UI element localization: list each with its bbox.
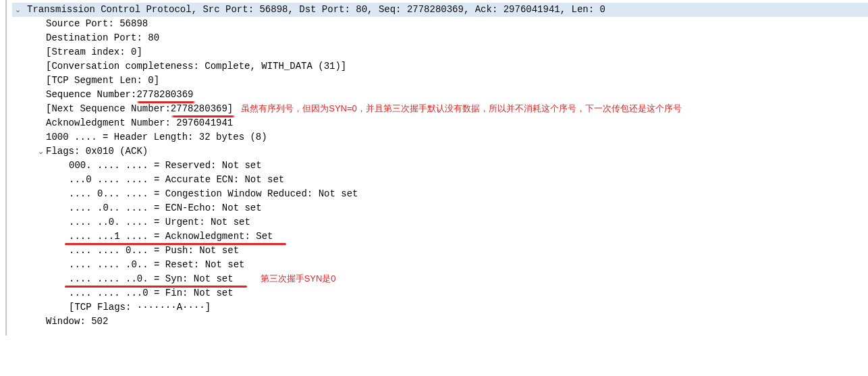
tcp-header-row[interactable]: ⌄ Transmission Control Protocol, Src Por… xyxy=(12,3,868,17)
next-seq-prefix: [Next Sequence Number: xyxy=(46,102,171,116)
flag-fin[interactable]: .... .... ...0 = Fin: Not set xyxy=(12,286,868,300)
flag-cwr[interactable]: .... 0... .... = Congestion Window Reduc… xyxy=(12,187,868,201)
tcp-summary: Transmission Control Protocol, Src Port:… xyxy=(27,3,605,17)
chevron-down-icon[interactable]: ⌄ xyxy=(35,146,46,157)
field-conversation-completeness[interactable]: [Conversation completeness: Complete, WI… xyxy=(12,59,868,74)
field-ack-number[interactable]: Acknowledgment Number: 2976041941 xyxy=(12,116,868,130)
flag-syn[interactable]: .... .... ..0. = Syn: Not set 第三次握手SYN是0 xyxy=(12,272,868,286)
seq-value: 2778280369 xyxy=(136,88,193,102)
tcp-flags-summary[interactable]: [TCP Flags: ·······A····] xyxy=(12,300,868,315)
flag-ecn-echo[interactable]: .... .0.. .... = ECN-Echo: Not set xyxy=(12,201,868,215)
flag-push[interactable]: .... .... 0... = Push: Not set xyxy=(12,244,868,258)
field-flags[interactable]: ⌄ Flags: 0x010 (ACK) xyxy=(12,144,868,159)
field-header-length[interactable]: 1000 .... = Header Length: 32 bytes (8) xyxy=(12,130,868,144)
chevron-down-icon[interactable]: ⌄ xyxy=(12,4,23,16)
next-seq-value: 2778280369] xyxy=(171,102,233,116)
field-tcp-segment-len[interactable]: [TCP Segment Len: 0] xyxy=(12,74,868,88)
flag-urgent[interactable]: .... ..0. .... = Urgent: Not set xyxy=(12,215,868,230)
flag-ack[interactable]: .... ...1 .... = Acknowledgment: Set xyxy=(12,230,868,244)
field-source-port[interactable]: Source Port: 56898 xyxy=(12,17,868,31)
flag-accurate-ecn[interactable]: ...0 .... .... = Accurate ECN: Not set xyxy=(12,173,868,187)
field-window[interactable]: Window: 502 xyxy=(12,315,868,329)
annotation-next-seq: 虽然有序列号，但因为SYN=0，并且第三次握手默认没有数据，所以并不消耗这个序号… xyxy=(241,102,682,115)
flag-reserved[interactable]: 000. .... .... = Reserved: Not set xyxy=(12,159,868,173)
flag-reset[interactable]: .... .... .0.. = Reset: Not set xyxy=(12,258,868,272)
field-destination-port[interactable]: Destination Port: 80 xyxy=(12,31,868,45)
field-sequence-number[interactable]: Sequence Number: 2778280369 xyxy=(12,88,868,102)
field-stream-index[interactable]: [Stream index: 0] xyxy=(12,45,868,59)
field-next-sequence-number[interactable]: [Next Sequence Number: 2778280369] 虽然有序列… xyxy=(12,102,868,116)
annotation-syn: 第三次握手SYN是0 xyxy=(261,272,336,286)
packet-tree: ⌄ Transmission Control Protocol, Src Por… xyxy=(12,0,868,335)
seq-label: Sequence Number: xyxy=(46,88,136,102)
